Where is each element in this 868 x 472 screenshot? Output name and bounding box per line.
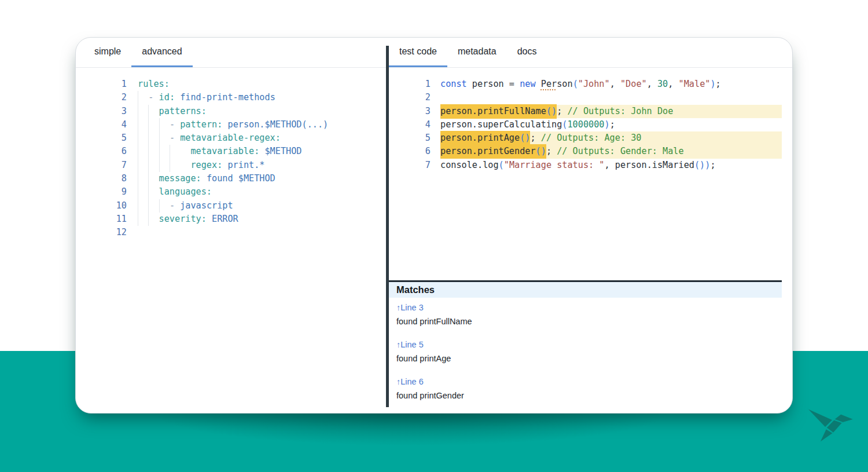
indent-guide	[148, 145, 149, 158]
code-line: 5 - metavariable-regex:	[76, 131, 386, 145]
token: (	[499, 160, 504, 170]
code-text: person.printAge(); // Outputs: Age: 30	[440, 131, 782, 145]
token: person =	[467, 79, 520, 89]
token: person.$METHOD(...)	[227, 119, 328, 130]
code-text: const person = new Person("John", "Doe",…	[440, 78, 782, 91]
token: person.superCalculating	[440, 119, 562, 130]
token: son	[557, 79, 572, 89]
match-message: found printFullName	[396, 317, 774, 326]
up-arrow-icon: ↑	[396, 340, 400, 349]
code-line: 6person.printGender(); // Outputs: Gende…	[389, 145, 782, 158]
code-text: languages:	[138, 185, 386, 199]
tab-advanced[interactable]: advanced	[131, 38, 192, 67]
indent-guide	[148, 185, 149, 199]
code-text: - pattern: person.$METHOD(...)	[138, 118, 386, 131]
token: , person.isMaried	[604, 160, 694, 170]
indent-guide	[138, 159, 138, 172]
indent-guide	[159, 118, 160, 131]
match-entry: ↑Line 3found printFullName	[396, 303, 774, 326]
indent-guide	[159, 159, 160, 172]
token: ;	[557, 106, 567, 116]
token	[175, 92, 180, 103]
line-number: 4	[389, 118, 440, 131]
token: found $METHOD	[207, 173, 275, 184]
token: ,	[647, 79, 657, 89]
tab-metadata[interactable]: metadata	[447, 38, 507, 67]
match-highlight: ()	[536, 144, 546, 159]
token	[138, 146, 190, 156]
token	[138, 133, 170, 143]
indent-guide	[170, 145, 170, 158]
match-highlight: ()	[546, 104, 557, 119]
match-message: found printAge	[396, 354, 774, 363]
token	[207, 214, 212, 224]
tab-simple[interactable]: simple	[84, 38, 131, 67]
token: severity:	[159, 214, 207, 224]
matches-section: Matches ↑Line 3found printFullName↑Line …	[389, 280, 782, 414]
indent-guide	[148, 159, 149, 172]
code-line: 1const person = new Person("John", "Doe"…	[389, 78, 782, 91]
line-number: 1	[389, 78, 440, 91]
token: "John"	[578, 79, 610, 89]
origami-bird-logo	[806, 408, 855, 444]
token: $METHOD	[264, 146, 301, 156]
code-line: 9 languages:	[76, 185, 386, 199]
test-editor[interactable]: 1const person = new Person("John", "Doe"…	[389, 68, 782, 172]
indent-guide	[148, 131, 149, 145]
indent-guide	[170, 159, 170, 172]
code-text: regex: print.*	[138, 159, 386, 172]
token: rules:	[138, 79, 170, 89]
line-number: 3	[76, 105, 138, 118]
code-text: patterns:	[138, 105, 386, 118]
indent-guide	[138, 145, 138, 158]
indent-guide	[159, 131, 160, 145]
matches-title: Matches	[396, 284, 435, 295]
code-line: 1rules:	[76, 78, 386, 91]
rule-editor[interactable]: 1rules:2 - id: find-print-methods3 patte…	[76, 68, 386, 240]
line-number: 3	[389, 105, 440, 118]
token: find-print-methods	[180, 92, 275, 103]
indent-guide	[138, 105, 138, 118]
indent-guide	[138, 172, 138, 185]
token: console.log	[440, 160, 499, 170]
code-text: person.superCalculating(1000000);	[440, 118, 782, 131]
token: ,	[668, 79, 678, 89]
code-line: 8 message: found $METHOD	[76, 172, 386, 185]
match-line-link[interactable]: ↑Line 3	[396, 303, 774, 312]
tab-test-code[interactable]: test code	[389, 38, 447, 67]
match-line-link[interactable]: ↑Line 6	[396, 377, 774, 386]
indent-guide	[148, 105, 149, 118]
indent-guide	[159, 199, 160, 213]
code-line: 12	[76, 226, 386, 239]
token: "Marriage status: "	[504, 160, 605, 170]
match-highlight: person.printFullName	[440, 104, 546, 119]
code-line: 7console.log("Marriage status: ", person…	[389, 159, 782, 172]
code-line: 10 - javascript	[76, 199, 386, 213]
code-text: severity: ERROR	[138, 213, 386, 226]
token: regex:	[190, 160, 222, 170]
tab-docs[interactable]: docs	[507, 38, 547, 67]
match-line-link[interactable]: ↑Line 5	[396, 340, 774, 349]
up-arrow-icon: ↑	[396, 303, 400, 312]
code-text: - javascript	[138, 199, 386, 213]
token: new	[520, 79, 535, 89]
token: ;	[710, 160, 715, 170]
token: // Outputs: John Doe	[567, 106, 673, 116]
indent-guide	[159, 145, 160, 158]
indent-guide	[138, 118, 138, 131]
indent-guide	[148, 199, 149, 213]
code-line: 6 metavariable: $METHOD	[76, 145, 386, 158]
code-line: 4person.superCalculating(1000000);	[389, 118, 782, 131]
line-number: 10	[76, 199, 138, 213]
token	[138, 160, 190, 170]
page: simpleadvanced 1rules:2 - id: find-print…	[0, 0, 868, 472]
token: -	[170, 200, 180, 211]
code-line: 7 regex: print.*	[76, 159, 386, 172]
code-text: metavariable: $METHOD	[138, 145, 386, 158]
token: ;	[530, 133, 540, 143]
line-number: 11	[76, 213, 138, 226]
indent-guide	[148, 213, 149, 226]
token: ;	[716, 79, 721, 89]
line-number: 6	[76, 145, 138, 158]
matches-header: Matches	[389, 280, 782, 298]
